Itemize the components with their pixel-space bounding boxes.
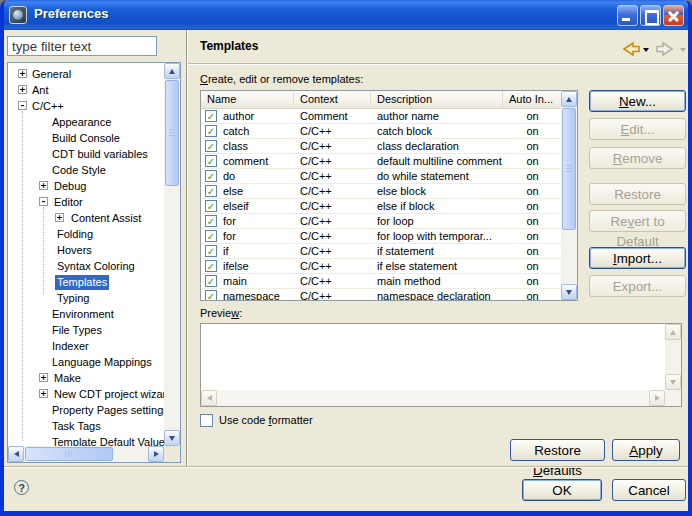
template-autoinsert-cell: on [503,289,561,300]
template-row-class[interactable]: ✓classC/C++class declarationon [201,139,561,154]
column-header-autoin[interactable]: Auto In... [503,91,562,108]
template-row-for[interactable]: ✓forC/C++for loopon [201,214,561,229]
ok-button[interactable]: OK [522,479,602,501]
preview-pane[interactable] [200,323,682,407]
table-vertical-scrollbar[interactable] [561,91,577,300]
scroll-down-arrow[interactable] [665,374,681,390]
expander-minus-icon[interactable]: - [39,197,48,206]
template-enabled-checkbox[interactable]: ✓ [205,125,217,137]
panel-divider[interactable] [186,30,187,466]
scroll-down-arrow[interactable] [164,430,180,446]
template-enabled-checkbox[interactable]: ✓ [205,245,217,257]
template-name-cell: for [223,214,294,228]
template-context-cell: C/C++ [300,229,371,243]
use-code-formatter-checkbox[interactable] [200,414,213,427]
template-enabled-checkbox[interactable]: ✓ [205,230,217,242]
template-row-elseif[interactable]: ✓elseifC/C++else if blockon [201,199,561,214]
scroll-right-arrow[interactable] [148,446,164,462]
forward-dropdown-icon[interactable] [680,48,686,52]
column-header-name[interactable]: Name [201,91,294,108]
scroll-down-arrow[interactable] [561,284,577,300]
template-enabled-checkbox[interactable]: ✓ [205,275,217,287]
template-row-ifelse[interactable]: ✓ifelseC/C++if else statementon [201,259,561,274]
new-button[interactable]: New... [589,90,686,112]
expander-plus-icon[interactable]: + [39,181,48,190]
scroll-up-arrow[interactable] [561,91,577,107]
edit-button[interactable]: Edit... [589,118,686,140]
template-autoinsert-cell: on [503,229,561,243]
column-header-context[interactable]: Context [294,91,371,108]
template-enabled-checkbox[interactable]: ✓ [205,155,217,167]
expander-plus-icon[interactable]: + [39,389,48,398]
back-dropdown-icon[interactable] [643,48,649,52]
restore-defaults-button[interactable]: Restore Defaults [510,439,605,461]
template-row-if[interactable]: ✓ifC/C++if statementon [201,244,561,259]
preview-vertical-scrollbar[interactable] [665,324,681,390]
back-arrow-icon[interactable] [620,41,640,57]
tree-vertical-scrollbar[interactable] [164,63,180,446]
template-autoinsert-cell: on [503,124,561,138]
expander-plus-icon[interactable]: + [18,85,27,94]
export-button[interactable]: Export... [589,275,686,297]
expander-minus-icon[interactable]: - [18,101,27,110]
template-name-cell: if [223,244,294,258]
minimize-button[interactable] [617,5,638,26]
tree-item-label: Hovers [55,243,94,258]
template-enabled-checkbox[interactable]: ✓ [205,215,217,227]
tree-scroll-thumb[interactable] [165,80,179,186]
tree-item-label: C/C++ [30,99,66,114]
revert-to-default-button[interactable]: Revert to Default [589,210,686,232]
template-row-namespace[interactable]: ✓namespaceC/C++namespace declarationon [201,289,561,300]
restore-removed-button[interactable]: Restore Removed [589,183,686,205]
template-enabled-checkbox[interactable]: ✓ [205,110,217,122]
template-row-comment[interactable]: ✓commentC/C++default multiline commenton [201,154,561,169]
template-row-else[interactable]: ✓elseC/C++else blockon [201,184,561,199]
template-enabled-checkbox[interactable]: ✓ [205,185,217,197]
down-arrow-icon [670,380,676,385]
template-description-cell: do while statement [377,169,503,183]
expander-plus-icon[interactable]: + [39,373,48,382]
scroll-up-arrow[interactable] [164,63,180,79]
close-button[interactable] [663,5,684,26]
template-autoinsert-cell: on [503,184,561,198]
template-autoinsert-cell: on [503,259,561,273]
preview-horizontal-scrollbar[interactable] [201,390,665,406]
import-button[interactable]: Import... [589,247,686,269]
tree-hscroll-thumb[interactable] [25,447,113,461]
filter-input[interactable] [7,36,157,56]
scroll-left-arrow[interactable] [201,390,217,406]
table-scroll-thumb[interactable] [562,108,576,230]
template-enabled-checkbox[interactable]: ✓ [205,200,217,212]
template-autoinsert-cell: on [503,199,561,213]
remove-button[interactable]: Remove [589,147,686,169]
template-row-for[interactable]: ✓forC/C++for loop with temporar...on [201,229,561,244]
template-row-catch[interactable]: ✓catchC/C++catch blockon [201,124,561,139]
template-row-main[interactable]: ✓mainC/C++main methodon [201,274,561,289]
template-row-author[interactable]: ✓authorCommentauthor nameon [201,109,561,124]
forward-arrow-icon[interactable] [656,41,676,57]
template-name-cell: main [223,274,294,288]
scroll-up-arrow[interactable] [665,324,681,340]
template-enabled-checkbox[interactable]: ✓ [205,290,217,300]
template-description-cell: class declaration [377,139,503,153]
cancel-button[interactable]: Cancel [612,479,686,501]
tree-horizontal-scrollbar[interactable] [8,446,164,462]
template-name-cell: for [223,229,294,243]
template-enabled-checkbox[interactable]: ✓ [205,260,217,272]
maximize-button[interactable] [640,5,661,26]
template-row-do[interactable]: ✓doC/C++do while statementon [201,169,561,184]
scroll-left-arrow[interactable] [8,446,24,462]
template-enabled-checkbox[interactable]: ✓ [205,140,217,152]
scroll-right-arrow[interactable] [649,390,665,406]
titlebar[interactable]: Preferences [0,0,692,30]
help-icon[interactable]: ? [14,480,29,495]
template-context-cell: C/C++ [300,184,371,198]
template-description-cell: main method [377,274,503,288]
column-header-description[interactable]: Description [371,91,503,108]
template-description-cell: for loop with temporar... [377,229,503,243]
expander-plus-icon[interactable]: + [18,69,27,78]
apply-button[interactable]: Apply [612,439,680,461]
expander-plus-icon[interactable]: + [55,213,64,222]
template-enabled-checkbox[interactable]: ✓ [205,170,217,182]
template-description-cell: for loop [377,214,503,228]
